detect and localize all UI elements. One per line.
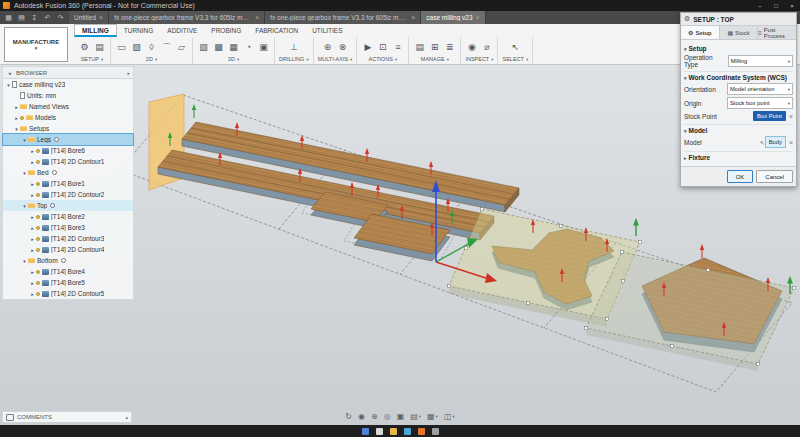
taskbar-app-1-icon[interactable] bbox=[362, 428, 369, 435]
visibility-bulb-icon[interactable] bbox=[36, 149, 40, 153]
multiaxis-contour-icon[interactable]: ⊗ bbox=[336, 41, 349, 54]
2d-contour-icon[interactable]: ◊ bbox=[145, 41, 158, 54]
expand-arrow-icon[interactable]: ▸ bbox=[29, 159, 36, 165]
select-cursor-icon[interactable]: ↖ bbox=[509, 41, 522, 54]
tree-item-t14-bore4[interactable]: ▸[T14] Bore4 bbox=[3, 266, 133, 277]
expand-arrow-icon[interactable]: ▸ bbox=[29, 280, 36, 286]
zoom-icon[interactable]: ◎ bbox=[384, 412, 391, 421]
visibility-bulb-icon[interactable] bbox=[36, 281, 40, 285]
tab-additive[interactable]: ADDITIVE bbox=[160, 24, 204, 37]
measure-icon[interactable]: ◉ bbox=[465, 41, 478, 54]
setup-dialog-header[interactable]: ⚙ SETUP : TOP bbox=[681, 13, 796, 26]
clear-selection-icon[interactable]: × bbox=[789, 113, 793, 120]
expand-arrow-icon[interactable]: ▾ bbox=[21, 137, 28, 143]
expand-arrow-icon[interactable]: ▸ bbox=[29, 181, 36, 187]
tree-item-t14-bore1[interactable]: ▸[T14] Bore1 bbox=[3, 178, 133, 189]
tab-fabrication[interactable]: FABRICATION bbox=[248, 24, 305, 37]
tree-item-t14-2d-contour4[interactable]: ▸[T14] 2D Contour4 bbox=[3, 244, 133, 255]
toolbar-group-label[interactable]: MANAGE▾ bbox=[421, 56, 449, 62]
2d-pocket-icon[interactable]: ▧ bbox=[130, 41, 143, 54]
tree-item-bottom[interactable]: ▾Bottom bbox=[3, 255, 133, 266]
setup-folder-icon[interactable]: ▤ bbox=[93, 41, 106, 54]
simulate-icon[interactable]: ▶ bbox=[361, 41, 374, 54]
expand-arrow-icon[interactable]: ▾ bbox=[13, 126, 20, 132]
2d-trace-icon[interactable]: ▱ bbox=[175, 41, 188, 54]
tab-probing[interactable]: PROBING bbox=[204, 24, 248, 37]
tree-item-t14-2d-contour3[interactable]: ▸[T14] 2D Contour3 bbox=[3, 233, 133, 244]
dialog-tab-setup[interactable]: ⚙Setup bbox=[681, 26, 720, 39]
nc-programs-icon[interactable]: ≣ bbox=[443, 41, 456, 54]
pan-icon[interactable]: ⊕ bbox=[371, 412, 378, 421]
visibility-bulb-icon[interactable] bbox=[36, 237, 40, 241]
workspace-selector[interactable]: MANUFACTURE ▾ bbox=[4, 27, 68, 62]
expand-arrow-icon[interactable]: ▸ bbox=[29, 236, 36, 242]
toolbar-group-label[interactable]: ACTIONS▾ bbox=[369, 56, 398, 62]
toolbar-group-label[interactable]: 3D▾ bbox=[228, 56, 239, 62]
visibility-bulb-icon[interactable] bbox=[36, 193, 40, 197]
expand-arrow-icon[interactable]: ▾ bbox=[5, 82, 12, 88]
look-at-icon[interactable]: ◉ bbox=[358, 412, 365, 421]
close-icon[interactable]: × bbox=[476, 14, 480, 21]
minimize-button[interactable]: – bbox=[752, 0, 768, 11]
toolbar-group-label[interactable]: INSPECT▾ bbox=[465, 56, 493, 62]
swarf-icon[interactable]: ⊛ bbox=[321, 41, 334, 54]
file-menu-icon[interactable]: ▤ bbox=[15, 14, 28, 22]
orbit-icon[interactable]: ↻ bbox=[345, 412, 352, 421]
viewports-icon[interactable]: ◫▾ bbox=[444, 412, 455, 421]
setup-sheet-icon[interactable]: ≡ bbox=[391, 41, 404, 54]
app-grid-icon[interactable]: ▦ bbox=[2, 14, 15, 22]
chevron-icon[interactable]: ▸ bbox=[127, 70, 130, 76]
section-fixture[interactable]: ▸ Fixture bbox=[684, 151, 793, 161]
clear-selection-icon[interactable]: × bbox=[789, 139, 793, 146]
tree-item-legs[interactable]: ▾Legs bbox=[3, 134, 133, 145]
taskbar-app-4-icon[interactable] bbox=[404, 428, 411, 435]
visibility-bulb-icon[interactable] bbox=[36, 226, 40, 230]
redo-icon[interactable]: ↷ bbox=[54, 14, 67, 22]
expand-arrow-icon[interactable]: ▸ bbox=[29, 214, 36, 220]
section-model[interactable]: ▾ Model bbox=[684, 124, 793, 134]
stock-point-button[interactable]: Box Point bbox=[753, 111, 786, 121]
toolbar-group-label[interactable]: SELECT▾ bbox=[502, 56, 528, 62]
3d-flat-icon[interactable]: ▣ bbox=[257, 41, 270, 54]
dialog-tab-stock[interactable]: ▦Stock bbox=[720, 26, 759, 39]
tree-item-t14-bore5[interactable]: ▸[T14] Bore5 bbox=[3, 277, 133, 288]
fit-icon[interactable]: ▣ bbox=[397, 412, 405, 421]
browser-header[interactable]: ◂ BROWSER ▸ bbox=[3, 67, 133, 79]
model-body-chip[interactable]: Body bbox=[765, 136, 786, 148]
toolbar-group-label[interactable]: SETUP▾ bbox=[81, 56, 104, 62]
tree-item-top[interactable]: ▾Top bbox=[3, 200, 133, 211]
grid-and-snaps-icon[interactable]: ▦▾ bbox=[427, 412, 438, 421]
ok-button[interactable]: OK bbox=[727, 170, 754, 183]
expand-arrow-icon[interactable]: ▾ bbox=[21, 170, 28, 176]
tree-item-case-milling-v23[interactable]: ▾case milling v23 bbox=[3, 79, 133, 90]
expand-arrow-icon[interactable]: ▸ bbox=[29, 148, 36, 154]
save-icon[interactable]: ↧ bbox=[28, 14, 41, 22]
operation-type-select[interactable]: Milling ▾ bbox=[728, 55, 793, 67]
visibility-bulb-icon[interactable] bbox=[36, 215, 40, 219]
visibility-bulb-icon[interactable] bbox=[36, 248, 40, 252]
expand-arrow-icon[interactable]: ▾ bbox=[21, 203, 28, 209]
templates-icon[interactable]: ⊞ bbox=[428, 41, 441, 54]
tree-item-t14-2d-contour5[interactable]: ▸[T14] 2D Contour5 bbox=[3, 288, 133, 299]
tree-item-setups[interactable]: ▾Setups bbox=[3, 123, 133, 134]
display-settings-icon[interactable]: ▤▾ bbox=[410, 412, 421, 421]
tree-item-t14-bore2[interactable]: ▸[T14] Bore2 bbox=[3, 211, 133, 222]
toolbar-group-label[interactable]: DRILLING▾ bbox=[279, 56, 309, 62]
section-wcs[interactable]: ▾ Work Coordinate System (WCS) bbox=[684, 71, 793, 81]
close-icon[interactable]: × bbox=[411, 14, 415, 21]
expand-arrow-icon[interactable]: ▸ bbox=[29, 247, 36, 253]
post-process-icon[interactable]: ⊡ bbox=[376, 41, 389, 54]
document-tab-case-milling-v23[interactable]: case milling v23× bbox=[421, 11, 485, 24]
2d-adaptive-icon[interactable]: ▭ bbox=[115, 41, 128, 54]
3d-parallel-icon[interactable]: ▦ bbox=[227, 41, 240, 54]
undo-icon[interactable]: ↶ bbox=[41, 14, 54, 22]
tree-item-named-views[interactable]: ▸Named Views bbox=[3, 101, 133, 112]
expand-arrow-icon[interactable]: ▸ bbox=[29, 269, 36, 275]
orientation-select[interactable]: Model orientation ▾ bbox=[727, 83, 793, 95]
document-tab-fx-one-piece-gearbox-frame-v3-3-for-605lz-modified2-v1[interactable]: fx one-piece gearbox frame V3.3 for 605l… bbox=[109, 11, 265, 24]
tab-milling[interactable]: MILLING bbox=[74, 24, 117, 37]
close-button[interactable]: × bbox=[784, 0, 800, 11]
tree-item-units-mm[interactable]: Units: mm bbox=[3, 90, 133, 101]
expand-arrow-icon[interactable]: ▸ bbox=[29, 291, 36, 297]
visibility-bulb-icon[interactable] bbox=[36, 182, 40, 186]
